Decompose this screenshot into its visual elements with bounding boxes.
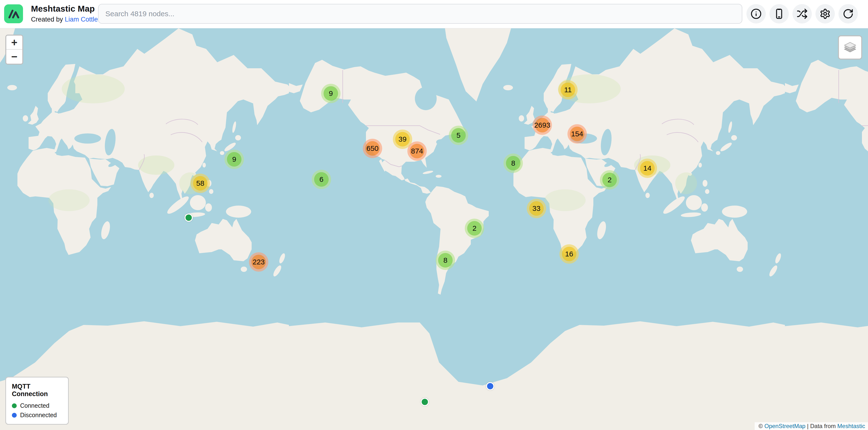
cluster-count: 5 bbox=[457, 131, 461, 139]
cluster-marker[interactable]: 2 bbox=[465, 219, 484, 238]
cluster-count: 2693 bbox=[534, 121, 551, 129]
cluster-marker[interactable]: 9 bbox=[224, 150, 244, 169]
mobile-app-button[interactable] bbox=[769, 4, 789, 24]
cluster-marker[interactable]: 154 bbox=[567, 124, 587, 143]
cluster-marker[interactable]: 8 bbox=[503, 154, 523, 173]
cluster-count: 8 bbox=[443, 256, 447, 264]
cluster-marker[interactable]: 2 bbox=[600, 170, 619, 190]
cluster-count: 9 bbox=[329, 89, 333, 98]
shuffle-icon bbox=[797, 8, 808, 20]
cluster-marker[interactable]: 874 bbox=[407, 141, 427, 161]
cluster-count: 2 bbox=[472, 224, 476, 232]
cluster-count: 8 bbox=[511, 159, 516, 167]
author-link[interactable]: Liam Cottle bbox=[65, 16, 98, 23]
cluster-count: 223 bbox=[253, 258, 265, 266]
world-map[interactable]: + − 939650874511269315482143316282235896… bbox=[0, 28, 868, 430]
cluster-marker[interactable]: 2693 bbox=[533, 115, 552, 135]
info-button[interactable] bbox=[746, 4, 766, 24]
zoom-out-button[interactable]: − bbox=[6, 49, 22, 64]
cluster-marker[interactable]: 11 bbox=[558, 80, 578, 100]
legend-title: MQTT Connection bbox=[12, 383, 62, 398]
meshtastic-link[interactable]: Meshtastic bbox=[837, 423, 865, 430]
connected-dot-icon bbox=[12, 403, 17, 408]
cluster-count: 154 bbox=[571, 130, 583, 138]
layers-control[interactable] bbox=[838, 35, 862, 60]
cluster-marker[interactable]: 58 bbox=[191, 174, 210, 193]
smartphone-icon bbox=[774, 8, 785, 20]
cluster-marker[interactable]: 223 bbox=[249, 252, 268, 272]
cluster-count: 2 bbox=[608, 176, 612, 184]
cluster-marker[interactable]: 16 bbox=[559, 244, 579, 264]
gear-icon bbox=[819, 8, 831, 20]
cluster-marker[interactable]: 8 bbox=[436, 251, 455, 270]
cluster-count: 16 bbox=[565, 250, 573, 258]
marker-layer: 939650874511269315482143316282235896 bbox=[0, 28, 868, 430]
node-marker-disconnected[interactable] bbox=[486, 382, 494, 390]
cluster-count: 58 bbox=[196, 179, 204, 188]
cluster-marker[interactable]: 9 bbox=[321, 84, 341, 103]
refresh-icon bbox=[843, 8, 854, 20]
legend-item-connected: Connected bbox=[12, 402, 62, 409]
meshtastic-logo bbox=[4, 4, 23, 23]
cluster-marker[interactable]: 33 bbox=[527, 199, 546, 218]
brand-block: Meshtastic Map Created by Liam Cottle bbox=[31, 3, 98, 24]
cluster-count: 874 bbox=[411, 147, 423, 155]
legend-item-disconnected: Disconnected bbox=[12, 411, 62, 419]
meshtastic-map-app: + − 939650874511269315482143316282235896… bbox=[0, 0, 868, 430]
random-node-button[interactable] bbox=[793, 4, 812, 24]
zoom-control: + − bbox=[5, 35, 23, 65]
node-marker-connected[interactable] bbox=[185, 213, 193, 222]
cluster-marker[interactable]: 14 bbox=[638, 159, 657, 178]
cluster-marker[interactable]: 650 bbox=[363, 139, 382, 158]
layers-icon bbox=[843, 41, 857, 54]
mesh-logo-icon bbox=[7, 7, 20, 20]
search-input[interactable] bbox=[98, 4, 742, 24]
mqtt-legend: MQTT Connection Connected Disconnected bbox=[5, 377, 69, 425]
node-marker-connected[interactable] bbox=[421, 398, 429, 406]
byline: Created by Liam Cottle bbox=[31, 15, 98, 24]
cluster-count: 14 bbox=[643, 164, 651, 172]
zoom-in-button[interactable]: + bbox=[6, 36, 22, 49]
disconnected-dot-icon bbox=[12, 413, 17, 418]
info-icon bbox=[750, 8, 762, 20]
cluster-count: 11 bbox=[564, 86, 571, 94]
cluster-count: 9 bbox=[232, 155, 237, 163]
settings-button[interactable] bbox=[815, 4, 835, 24]
page-title: Meshtastic Map bbox=[31, 3, 98, 14]
cluster-count: 33 bbox=[532, 204, 540, 212]
refresh-button[interactable] bbox=[838, 4, 858, 24]
cluster-count: 6 bbox=[319, 175, 323, 184]
cluster-count: 650 bbox=[366, 144, 378, 153]
top-bar: Meshtastic Map Created by Liam Cottle bbox=[0, 0, 868, 28]
cluster-marker[interactable]: 5 bbox=[449, 126, 468, 145]
openstreetmap-link[interactable]: OpenStreetMap bbox=[764, 423, 805, 430]
map-attribution: © OpenStreetMap | Data from Meshtastic bbox=[755, 422, 868, 430]
cluster-marker[interactable]: 6 bbox=[312, 170, 331, 189]
cluster-count: 39 bbox=[398, 135, 406, 143]
